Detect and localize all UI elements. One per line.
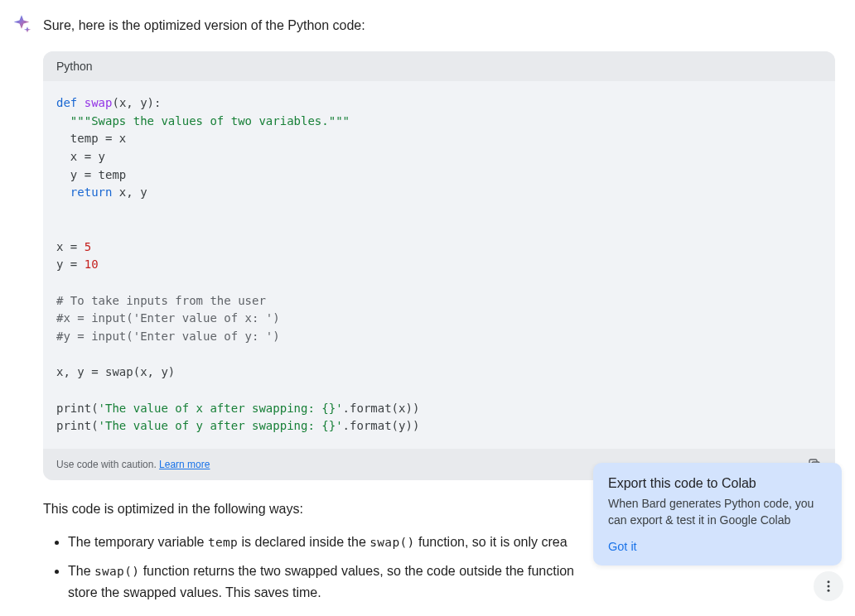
tooltip-got-it-button[interactable]: Got it (608, 540, 637, 553)
code-caution-text: Use code with caution. (56, 459, 157, 470)
more-vertical-icon (821, 579, 836, 594)
tooltip-title: Export this code to Colab (608, 476, 827, 491)
list-item: The swap() function can be used to swap … (68, 611, 835, 616)
tooltip-body: When Bard generates Python code, you can… (608, 496, 827, 528)
bard-spark-icon (10, 13, 33, 36)
code-language-label: Python (43, 51, 835, 81)
code-block: Python def swap(x, y): """Swaps the valu… (43, 51, 835, 480)
list-item: The swap() function returns the two swap… (68, 561, 835, 603)
svg-point-2 (828, 585, 830, 588)
svg-point-3 (828, 590, 830, 592)
export-colab-tooltip: Export this code to Colab When Bard gene… (593, 463, 842, 565)
intro-text: Sure, here is the optimized version of t… (43, 15, 365, 36)
learn-more-link[interactable]: Learn more (159, 459, 210, 470)
code-content: def swap(x, y): """Swaps the values of t… (43, 81, 835, 449)
more-options-button[interactable] (814, 571, 843, 601)
svg-point-1 (828, 580, 830, 583)
